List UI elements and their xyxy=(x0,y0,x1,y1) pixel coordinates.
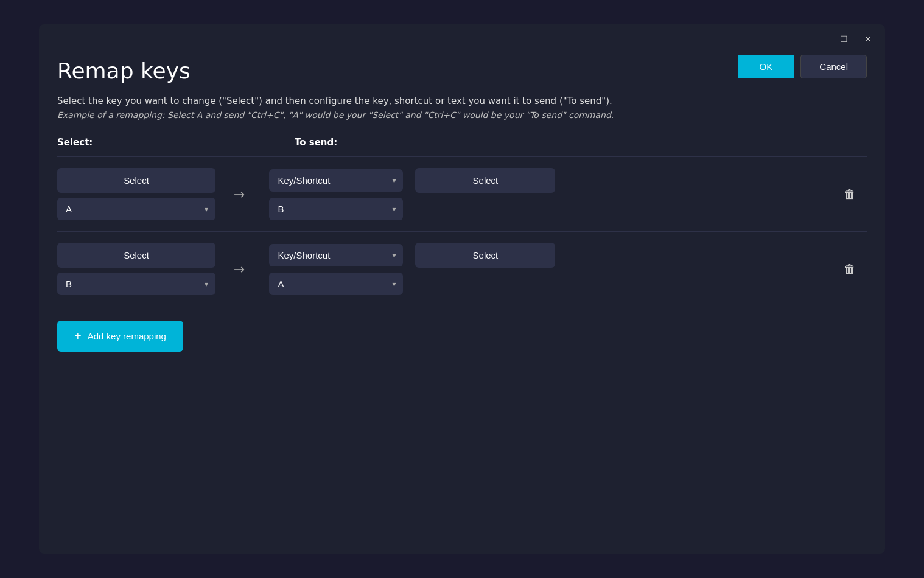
add-remap-button[interactable]: + Add key remapping xyxy=(57,321,183,352)
remap-keys-window: — ☐ ✕ OK Cancel Remap keys Select the ke… xyxy=(39,24,885,554)
row2-tosend-group: Key/Shortcut Text ▾ Select A B C D xyxy=(269,243,555,295)
plus-icon: + xyxy=(74,329,82,343)
row1-type-dropdown-wrapper: Key/Shortcut Text ▾ xyxy=(269,169,403,192)
cancel-button[interactable]: Cancel xyxy=(800,55,867,78)
row2-tosend-select-button[interactable]: Select xyxy=(415,243,555,268)
row1-delete-button[interactable]: 🗑 xyxy=(839,183,861,206)
row2-select-group: Select A B C D ▾ xyxy=(57,243,215,295)
row2-arrow-icon: → xyxy=(234,262,245,277)
row1-tosend-key-dropdown[interactable]: A B C D xyxy=(269,198,403,220)
row2-tosend-key-dropdown[interactable]: A B C D xyxy=(269,273,403,295)
maximize-button[interactable]: ☐ xyxy=(836,32,851,46)
main-content: OK Cancel Remap keys Select the key you … xyxy=(39,46,885,554)
minimize-button[interactable]: — xyxy=(812,32,827,46)
description-main: Select the key you want to change ("Sele… xyxy=(57,96,867,106)
column-headers: Select: To send: xyxy=(57,137,867,148)
tosend-column-header: To send: xyxy=(295,137,337,148)
row2-key-dropdown[interactable]: A B C D xyxy=(57,273,215,295)
row2-trash-icon: 🗑 xyxy=(844,262,856,276)
row1-select-group: Select A B C D ▾ xyxy=(57,168,215,220)
row1-tosend-key-dropdown-wrapper: A B C D ▾ xyxy=(269,198,403,220)
title-bar: — ☐ ✕ xyxy=(39,24,885,46)
row2-type-dropdown-wrapper: Key/Shortcut Text ▾ xyxy=(269,244,403,266)
row1-tosend-select-button[interactable]: Select xyxy=(415,168,555,193)
row1-arrow-icon: → xyxy=(234,187,245,202)
row2-select-button[interactable]: Select xyxy=(57,243,215,268)
remap-rows-container: Select A B C D ▾ → xyxy=(57,156,867,306)
ok-button[interactable]: OK xyxy=(738,55,795,78)
row1-trash-icon: 🗑 xyxy=(844,187,856,201)
row2-tosend-key-dropdown-wrapper: A B C D ▾ xyxy=(269,273,403,295)
close-button[interactable]: ✕ xyxy=(861,32,875,46)
row1-tosend-group: Key/Shortcut Text ▾ Select A B C D xyxy=(269,168,555,220)
remap-row: Select A B C D ▾ → xyxy=(57,232,867,306)
row2-delete-button[interactable]: 🗑 xyxy=(839,257,861,281)
row1-key-dropdown-wrapper: A B C D ▾ xyxy=(57,198,215,220)
add-remap-label: Add key remapping xyxy=(88,331,166,341)
remap-row: Select A B C D ▾ → xyxy=(57,157,867,232)
header-actions: OK Cancel xyxy=(738,55,867,78)
description-example: Example of a remapping: Select A and sen… xyxy=(57,110,867,120)
row1-select-button[interactable]: Select xyxy=(57,168,215,193)
row2-type-dropdown[interactable]: Key/Shortcut Text xyxy=(269,244,403,266)
select-column-header: Select: xyxy=(57,137,228,148)
row1-key-dropdown[interactable]: A B C D xyxy=(57,198,215,220)
row2-key-dropdown-wrapper: A B C D ▾ xyxy=(57,273,215,295)
row1-type-dropdown[interactable]: Key/Shortcut Text xyxy=(269,169,403,192)
